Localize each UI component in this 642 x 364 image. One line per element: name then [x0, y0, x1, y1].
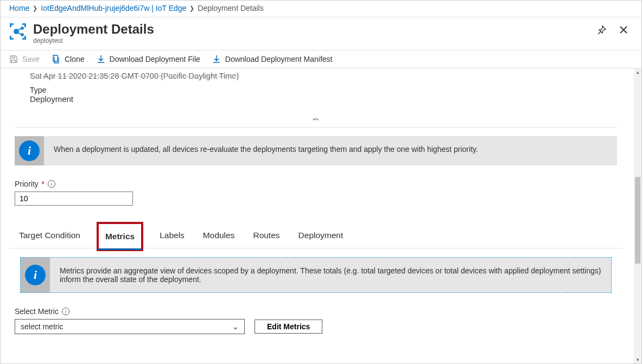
tab-modules[interactable]: Modules [202, 226, 236, 248]
metrics-info-box: i Metrics provide an aggregate view of d… [20, 257, 612, 293]
command-bar: Save Clone Download Deployment File Down… [1, 50, 641, 68]
select-metric-dropdown[interactable]: select metric ⌄ [15, 319, 245, 334]
select-metric-label: Select Metric [15, 307, 59, 316]
pin-icon [597, 25, 607, 35]
download-deployment-manifest-button[interactable]: Download Deployment Manifest [212, 55, 333, 63]
required-marker: * [42, 180, 45, 188]
resource-icon [8, 22, 28, 41]
select-metric-value: select metric [21, 322, 63, 331]
priority-input[interactable] [15, 191, 133, 206]
tab-labels[interactable]: Labels [158, 226, 186, 248]
tab-metrics[interactable]: Metrics [98, 223, 142, 250]
scroll-up-icon[interactable]: ▴ [634, 68, 641, 76]
chevron-right-icon: ❯ [189, 5, 194, 12]
chevron-double-up-icon: ︽ [313, 114, 319, 122]
info-icon: i [25, 265, 46, 285]
download-deployment-file-label: Download Deployment File [110, 55, 200, 63]
tab-target-condition[interactable]: Target Condition [18, 226, 81, 248]
breadcrumb-current: Deployment Details [198, 4, 263, 12]
scrollbar[interactable]: ▴ ▾ [634, 68, 641, 363]
info-icon: i [19, 141, 40, 161]
priority-info-message: When a deployment is updated, all device… [44, 136, 617, 165]
svg-rect-5 [10, 36, 11, 40]
breadcrumb-home[interactable]: Home [9, 4, 29, 12]
info-tooltip-icon[interactable]: i [48, 180, 55, 188]
priority-label: Priority [15, 180, 39, 188]
download-icon [212, 55, 221, 63]
clone-icon [52, 55, 60, 63]
breadcrumb-hub[interactable]: IotEdgeAndMlHub-jrujej6de6i7w | IoT Edge [41, 4, 186, 12]
svg-rect-7 [24, 36, 26, 40]
page-title: Deployment Details [33, 22, 596, 37]
svg-rect-3 [24, 23, 26, 27]
content-area: Sat Apr 11 2020 21:35:28 GMT-0700 (Pacif… [1, 68, 631, 363]
scroll-down-icon[interactable]: ▾ [634, 356, 641, 363]
chevron-down-icon: ⌄ [232, 322, 239, 331]
type-value: Deployment [30, 94, 602, 104]
pin-button[interactable] [596, 24, 608, 36]
edit-metrics-button[interactable]: Edit Metrics [255, 320, 322, 334]
save-button[interactable]: Save [9, 55, 40, 63]
save-icon [9, 55, 18, 63]
priority-info-box: i When a deployment is updated, all devi… [15, 136, 617, 165]
collapse-toggle[interactable]: ︽ [9, 109, 622, 125]
download-deployment-file-button[interactable]: Download Deployment File [97, 55, 200, 63]
download-icon [97, 55, 105, 63]
type-label: Type [30, 86, 602, 94]
tab-row: Target Condition Metrics Labels Modules … [9, 220, 622, 248]
scrollbar-thumb[interactable] [635, 177, 640, 264]
divider [15, 127, 617, 127]
save-label: Save [22, 55, 40, 63]
clone-label: Clone [65, 55, 85, 63]
tab-deployment[interactable]: Deployment [297, 226, 345, 248]
info-tooltip-icon[interactable]: i [62, 308, 69, 315]
titlebar: Deployment Details deploytest [1, 17, 641, 50]
close-button[interactable] [618, 24, 630, 36]
breadcrumb: Home ❯ IotEdgeAndMlHub-jrujej6de6i7w | I… [1, 1, 641, 17]
creation-date-value: Sat Apr 11 2020 21:35:28 GMT-0700 (Pacif… [9, 68, 622, 80]
tab-routes[interactable]: Routes [252, 226, 281, 248]
metrics-info-message: Metrics provide an aggregate view of dev… [50, 258, 611, 292]
svg-rect-1 [10, 23, 11, 27]
close-icon [619, 25, 628, 35]
page-subtitle: deploytest [33, 37, 596, 44]
download-deployment-manifest-label: Download Deployment Manifest [225, 55, 333, 63]
chevron-right-icon: ❯ [33, 5, 37, 12]
clone-button[interactable]: Clone [52, 55, 85, 63]
